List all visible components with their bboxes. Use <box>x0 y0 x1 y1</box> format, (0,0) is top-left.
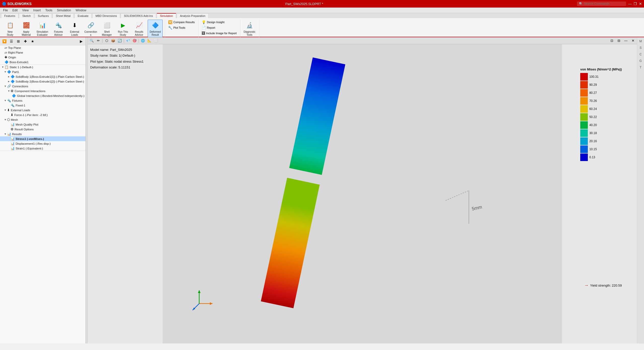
tab-sheet-metal[interactable]: Sheet Metal <box>52 13 74 18</box>
design-insight-button[interactable]: 💡 Design Insight <box>200 20 226 25</box>
plot-tools-button[interactable]: 🔧 Plot Tools <box>167 25 187 30</box>
menu-edit[interactable]: Edit <box>10 8 20 13</box>
resize-handle[interactable] <box>86 37 88 343</box>
legend-value-9: 10.15 <box>589 147 602 151</box>
right-plane-icon: ▱ <box>5 51 7 54</box>
top-plane-item[interactable]: ▱ Top Plane <box>0 45 85 50</box>
grid-view-button[interactable]: ⊞ <box>15 38 22 45</box>
global-interaction-item[interactable]: 🔷 Global Interaction (-Bonded-Meshed ind… <box>0 93 85 98</box>
static-study-item[interactable]: ▼ 📋 Static 1 (-Default-) <box>0 65 85 69</box>
titlebar: 🔵 SOLIDWORKS Part_SWx2025.SLDPRT * 🔍 — ❐… <box>0 0 644 8</box>
report-button[interactable]: 📄 Report <box>200 25 217 30</box>
svg-rect-0 <box>163 44 562 343</box>
shell-manager-button[interactable]: ⬜ ShellManager <box>99 20 114 37</box>
menu-file[interactable]: File <box>1 8 10 13</box>
tab-simulation[interactable]: Simulation <box>157 13 176 18</box>
vp-sketch-button[interactable]: ✏ <box>95 38 101 44</box>
vp-zoom-button[interactable]: 🔍 <box>89 38 95 44</box>
vp-target-button[interactable]: 🎯 <box>132 38 138 44</box>
rt-btn-c[interactable]: C <box>638 51 644 57</box>
filter-button[interactable]: 🔽 <box>1 38 8 45</box>
results-advisor-button[interactable]: 📈 ResultsAdvisor <box>132 20 147 37</box>
tab-surfaces[interactable]: Surfaces <box>35 13 52 18</box>
rt-btn-t[interactable]: T <box>638 64 644 70</box>
force-1-item[interactable]: ⬇ Force-1 (-Per item: -2 lbf;) <box>0 112 85 117</box>
expand-panel-button[interactable]: ▶ <box>78 38 84 45</box>
vp-mesh-button[interactable]: ⬡ <box>104 38 110 44</box>
displacement1-item[interactable]: 📊 Displacement1 (-Res disp-) <box>0 141 85 146</box>
stress1-item[interactable]: 📊 Stress1 (-vonMises-) <box>0 136 85 141</box>
vp-fullscreen-button[interactable]: ⊡ <box>609 38 615 44</box>
report-icon: 📄 <box>202 26 206 30</box>
diagnostic-tools-button[interactable]: 🔬 DiagnosticTools <box>242 20 257 37</box>
vp-box-button[interactable]: 📦 <box>110 38 116 44</box>
menu-insert[interactable]: Insert <box>31 8 43 13</box>
menu-window[interactable]: Window <box>74 8 88 13</box>
list-view-button[interactable]: ☰ <box>8 38 15 45</box>
tab-mbd[interactable]: MBD Dimensions <box>92 13 120 18</box>
right-plane-item[interactable]: ▱ Right Plane <box>0 50 85 55</box>
legend-row-1: 90.29 <box>580 81 602 89</box>
boss-extrude-item[interactable]: 🔷 Boss-Extrude1 <box>0 60 85 64</box>
menubar: File Edit View Insert Tools Simulation W… <box>0 8 644 13</box>
run-study-button[interactable]: ▶ Run ThisStudy <box>115 20 131 37</box>
title-text: Part_SWx2025.SLDPRT * <box>285 2 323 6</box>
minimize-button[interactable]: — <box>628 2 632 6</box>
legend-value-3: 70.26 <box>589 99 602 103</box>
mesh-quality-plot-item[interactable]: 📊 Mesh Quality Plot <box>0 122 85 127</box>
vp-globe-button[interactable]: 🌐 <box>140 38 146 44</box>
vp-square-button[interactable]: ⬜ <box>153 38 159 44</box>
solid-body-2-item[interactable]: ► 🔷 SolidBody 2(Boss-Extrude1[2]) (-Plai… <box>0 79 85 84</box>
compare-results-button[interactable]: 🔀 Compare Results <box>167 20 196 25</box>
apply-material-icon: 🧱 <box>21 20 31 30</box>
ext-loads-icon: ⬇ <box>70 20 80 30</box>
result-options-item[interactable]: ⚙ Result Options <box>0 127 85 132</box>
vp-split-button[interactable]: ⊟ <box>616 38 622 44</box>
mesh-item[interactable]: ▼ ⬡ Mesh <box>0 117 85 122</box>
part1-item[interactable]: ▼ 🔷 Part1 <box>0 69 85 74</box>
fixed-1-item[interactable]: 🔩 Fixed-1 <box>0 103 85 108</box>
plot-tools-label: Plot Tools <box>173 26 185 29</box>
tab-features[interactable]: Features <box>1 13 18 18</box>
maximize-button[interactable]: ❐ <box>634 2 637 6</box>
tab-evaluate[interactable]: Evaluate <box>74 13 92 18</box>
simulation-evaluator-button[interactable]: 📊 SimulationEvaluator <box>35 20 50 37</box>
fixtures-advisor-button[interactable]: 🔩 FixturesAdvisor <box>51 20 66 37</box>
vp-minimize-button[interactable]: — <box>623 38 629 44</box>
vp-rotate-button[interactable]: 🔄 <box>117 38 123 44</box>
strain1-item[interactable]: 📊 Strain1 (-Equivalent-) <box>0 146 85 151</box>
rt-btn-s[interactable]: S <box>638 45 644 51</box>
tab-sketch[interactable]: Sketch <box>19 13 34 18</box>
deformed-result-button[interactable]: 🔷 DeformedResult <box>148 20 163 37</box>
menu-simulation[interactable]: Simulation <box>55 8 73 13</box>
include-image-button[interactable]: 🖼 Include Image for Report <box>200 31 238 36</box>
menu-tools[interactable]: Tools <box>43 8 54 13</box>
rt-btn-g[interactable]: G <box>638 58 644 64</box>
add-button[interactable]: ✚ <box>22 38 29 45</box>
new-study-button[interactable]: 📋 NewStudy <box>3 20 18 37</box>
solid-body-1-item[interactable]: ► 🔷 SolidBody 1(Boss-Extrude1[1]) (-Plai… <box>0 74 85 79</box>
right-toolbar: M S C G T <box>637 37 644 343</box>
menu-view[interactable]: View <box>20 8 31 13</box>
search-input[interactable] <box>584 2 624 6</box>
legend-row-7: 30.18 <box>580 129 602 137</box>
tab-addins[interactable]: SOLIDWORKS Add-Ins <box>121 13 156 18</box>
tab-analysis-prep[interactable]: Analysis Preparation <box>177 13 209 18</box>
component-interactions-item[interactable]: ▼ ⚙ Component Interactions <box>0 89 85 93</box>
close-button[interactable]: ✕ <box>639 2 642 6</box>
ext-loads-tree-item[interactable]: ▼ ⬇ External Loads <box>0 108 85 112</box>
legend-color-10 <box>580 153 588 161</box>
vp-gems-button[interactable]: 💎 <box>125 38 131 44</box>
origin-item[interactable]: ✚ Origin <box>0 55 85 60</box>
star-button[interactable]: ★ <box>29 38 36 45</box>
model-canvas: 5mm <box>88 44 637 343</box>
results-tree-item[interactable]: ▼ 📊 Results <box>0 132 85 136</box>
connections-item[interactable]: ▼ 🔗 Connections <box>0 84 85 89</box>
panel-toolbar: 🔽 ☰ ⊞ ✚ ★ ▶ <box>0 37 85 45</box>
apply-material-button[interactable]: 🧱 ApplyMaterial <box>19 20 34 37</box>
fixtures-tree-item[interactable]: ▼ 🔩 Fixtures <box>0 98 85 103</box>
vp-close-button[interactable]: ✕ <box>630 38 636 44</box>
sim-eval-icon: 📊 <box>37 20 47 30</box>
vp-ruler-button[interactable]: 📐 <box>146 38 152 44</box>
rt-btn-m[interactable]: M <box>638 38 644 44</box>
